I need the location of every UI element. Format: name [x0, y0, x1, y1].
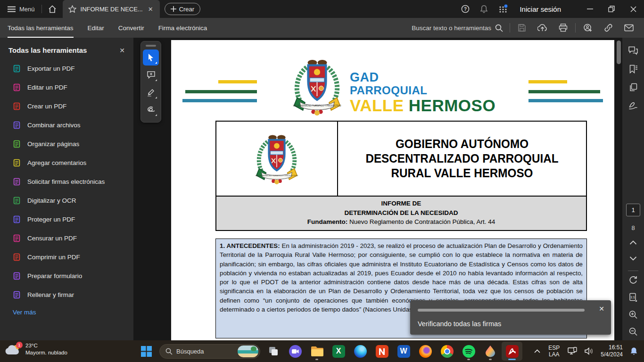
- tool-doc-icon: [13, 159, 21, 167]
- next-page-button[interactable]: [630, 256, 637, 261]
- previous-page-button[interactable]: [630, 240, 637, 245]
- tool-doc-icon: [13, 197, 21, 205]
- select-tool-button[interactable]: [143, 49, 159, 66]
- taskbar-app-edge[interactable]: [350, 342, 371, 361]
- signatures-panel-button[interactable]: [628, 101, 638, 110]
- help-button[interactable]: ?: [456, 5, 475, 13]
- apps-grid-button[interactable]: [493, 4, 513, 14]
- taskbar-app-nitro-pdf[interactable]: [372, 342, 392, 361]
- task-view-button[interactable]: [263, 342, 284, 361]
- tab-convert[interactable]: Convertir: [118, 18, 144, 38]
- language-line2: LAA: [548, 351, 560, 358]
- notifications-button[interactable]: [475, 5, 493, 13]
- create-button[interactable]: Crear: [165, 3, 201, 15]
- search-placeholder: Búsqueda: [176, 348, 234, 355]
- rotate-page-button[interactable]: [629, 275, 638, 284]
- share-with-person-button[interactable]: [578, 24, 598, 32]
- notification-bell-icon: [630, 347, 638, 355]
- app-titlebar: Menú INFORME DE NECE... ✕ Crear ? In: [0, 0, 644, 18]
- taskbar-search[interactable]: Búsqueda: [159, 344, 260, 359]
- search-label: Buscar texto o herramientas: [412, 25, 491, 32]
- tool-item[interactable]: Comprimir un PDF: [0, 247, 133, 266]
- document-viewport[interactable]: GAD PARROQUIAL VALLE HERMOSO GOBIERNO AU…: [133, 38, 622, 340]
- toast-close-icon[interactable]: ✕: [599, 305, 604, 313]
- divider: [510, 23, 510, 33]
- document-tab[interactable]: INFORME DE NECE... ✕: [63, 0, 160, 18]
- page-thumbnails-button[interactable]: [629, 83, 637, 92]
- taskbar-app-word[interactable]: W: [393, 342, 414, 361]
- tools-panel-close-icon[interactable]: ✕: [119, 47, 125, 54]
- taskbar-app-acrobat[interactable]: [502, 342, 522, 361]
- tool-item[interactable]: Preparar formulario: [0, 266, 133, 285]
- weather-widget[interactable]: 1 23°C Mayorm. nublado: [5, 342, 67, 356]
- vertical-scrollbar[interactable]: [617, 41, 621, 337]
- tray-expand-button[interactable]: [532, 349, 543, 353]
- tool-item-label: Proteger un PDF: [27, 216, 75, 223]
- comments-panel-button[interactable]: [628, 46, 638, 55]
- see-more-link[interactable]: Ver más: [0, 304, 36, 316]
- window-minimize-button[interactable]: [579, 0, 601, 18]
- print-button[interactable]: [553, 24, 573, 32]
- taskbar-app-file-explorer[interactable]: [306, 342, 327, 361]
- tool-doc-icon: [13, 83, 21, 91]
- notification-center-button[interactable]: [627, 347, 640, 355]
- tool-item[interactable]: Editar un PDF: [0, 78, 133, 97]
- signature-tool-button[interactable]: [143, 102, 159, 118]
- tool-item[interactable]: Agregar comentarios: [0, 153, 133, 172]
- drag-handle[interactable]: [146, 45, 156, 47]
- wordmark-parroquial: PARROQUIAL: [350, 85, 495, 96]
- add-comment-tool-button[interactable]: [143, 67, 159, 83]
- tab-edit[interactable]: Editar: [88, 18, 104, 38]
- clock-widget[interactable]: 16:51 5/4/2024: [599, 344, 625, 358]
- cloud-upload-icon: [537, 24, 547, 32]
- tool-item[interactable]: Crear un PDF: [0, 97, 133, 115]
- upload-cloud-button[interactable]: [532, 24, 553, 32]
- current-page-input[interactable]: 1: [626, 204, 640, 216]
- zoom-out-button[interactable]: [629, 327, 638, 336]
- email-button[interactable]: [619, 24, 639, 32]
- tool-item[interactable]: Proteger un PDF: [0, 210, 133, 229]
- tab-all-tools[interactable]: Todas las herramientas: [8, 18, 74, 38]
- taskbar-app-firefox[interactable]: [415, 342, 436, 361]
- home-button[interactable]: [42, 5, 63, 13]
- gad-wordmark: GAD PARROQUIAL VALLE HERMOSO: [350, 58, 495, 114]
- actual-size-button[interactable]: 1:1: [629, 293, 638, 302]
- tool-item[interactable]: Exportar un PDF: [0, 59, 133, 78]
- window-restore-button[interactable]: [601, 0, 622, 18]
- scrollbar-thumb[interactable]: [617, 41, 621, 64]
- start-button[interactable]: [136, 342, 157, 361]
- tool-item[interactable]: Rellenar y firmar: [0, 285, 133, 304]
- taskbar-app-chat[interactable]: [285, 342, 305, 361]
- menu-button[interactable]: Menú: [0, 6, 41, 13]
- language-indicator[interactable]: ESP LAA: [545, 345, 562, 358]
- taskbar-app-spotify[interactable]: [458, 342, 479, 361]
- tab-esign[interactable]: Firma electrónica: [158, 18, 207, 38]
- tools-panel-header: Todas las herramientas ✕: [0, 38, 133, 59]
- search-tools-button[interactable]: Buscar texto o herramientas: [412, 24, 508, 32]
- save-button[interactable]: [512, 24, 532, 32]
- taskbar-app-chrome[interactable]: [437, 342, 457, 361]
- zoom-in-button[interactable]: [629, 310, 638, 319]
- link-button[interactable]: [598, 24, 619, 32]
- tool-item[interactable]: Digitalizar y OCR: [0, 191, 133, 210]
- coat-of-arms-small: [253, 133, 300, 184]
- network-button[interactable]: [565, 347, 579, 355]
- taskbar-app-excel[interactable]: X: [328, 342, 349, 361]
- sign-in-button[interactable]: Iniciar sesión: [520, 5, 561, 13]
- tool-item[interactable]: Combinar archivos: [0, 115, 133, 134]
- taskbar-app-droplet[interactable]: [480, 342, 501, 361]
- task-view-icon: [268, 346, 279, 357]
- report-info-row: INFORME DE DETERMINACIÓN DE LA NECESIDAD…: [215, 197, 587, 231]
- highlight-tool-button[interactable]: [143, 84, 159, 100]
- window-close-button[interactable]: [622, 0, 644, 18]
- tab-close-icon[interactable]: ✕: [147, 6, 154, 13]
- bookmarks-panel-button[interactable]: [629, 65, 638, 74]
- right-rail: 1 8 1:1: [622, 38, 644, 340]
- person-add-icon: [583, 24, 593, 32]
- volume-button[interactable]: [582, 347, 596, 355]
- speaker-icon: [585, 347, 594, 355]
- tool-item[interactable]: Censurar un PDF: [0, 229, 133, 247]
- main-toolbar: Todas las herramientas Editar Convertir …: [0, 18, 644, 38]
- tool-item[interactable]: Solicitar firmas electrónicas: [0, 172, 133, 191]
- tool-item[interactable]: Organizar páginas: [0, 134, 133, 153]
